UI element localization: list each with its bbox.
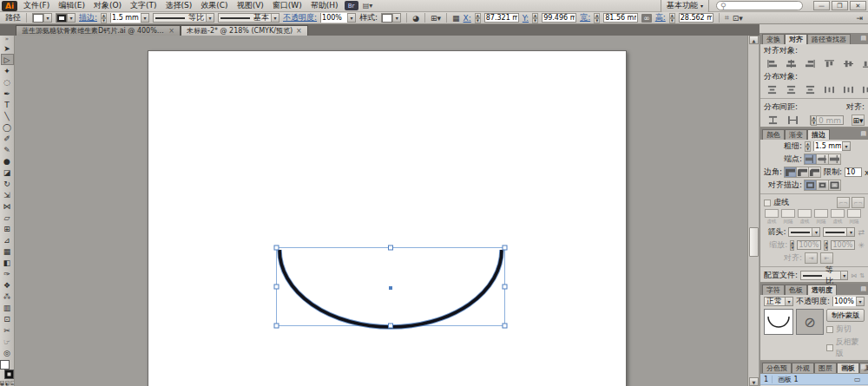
dist-left-icon[interactable] xyxy=(824,84,835,95)
artboard-name[interactable]: 画板 1 xyxy=(773,375,854,384)
align-vcenter-icon[interactable] xyxy=(843,58,854,69)
opacity-input[interactable] xyxy=(321,13,347,23)
y-label[interactable]: Y: xyxy=(523,14,529,23)
arrow-align-end-icon[interactable]: ⇤ xyxy=(820,252,833,264)
join-miter-icon[interactable] xyxy=(784,167,797,178)
canvas[interactable]: ▲ ▼ xyxy=(15,36,760,386)
scale-start-input[interactable] xyxy=(797,240,821,250)
dist-right-icon[interactable] xyxy=(862,84,868,95)
zoom-tool[interactable]: ◎ xyxy=(1,347,14,358)
eyedropper-tool[interactable]: ✑ xyxy=(1,268,14,279)
width-stepper[interactable]: ▲▼ xyxy=(594,13,600,23)
align-top-icon[interactable] xyxy=(824,58,835,69)
ellipse-tool[interactable]: ◯ xyxy=(1,121,14,133)
line-segment-tool[interactable]: ╲ xyxy=(1,110,14,121)
invert-mask-checkbox[interactable] xyxy=(826,344,833,351)
width-label[interactable]: 宽: xyxy=(580,12,590,23)
tab-transparency-透明度[interactable]: 透明度 xyxy=(807,285,837,295)
height-label[interactable]: 高: xyxy=(655,12,666,23)
dist-hcenter-icon[interactable] xyxy=(843,84,854,95)
x-label[interactable]: X: xyxy=(464,14,471,23)
close-tab-icon[interactable]: × xyxy=(168,27,174,35)
dashed-line-checkbox[interactable] xyxy=(764,200,771,206)
menu-item-对象[interactable]: 对象(O) xyxy=(89,0,126,12)
dash-input-4[interactable] xyxy=(814,209,828,218)
menu-item-文字[interactable]: 文字(T) xyxy=(126,0,161,12)
brush-definition-dropdown[interactable]: 基本▾ xyxy=(218,13,279,23)
cap-square-icon[interactable] xyxy=(828,154,841,165)
stroke-proxy[interactable] xyxy=(4,370,14,379)
join-round-icon[interactable] xyxy=(796,167,809,178)
align-bottom-icon[interactable] xyxy=(862,58,868,69)
direct-selection-tool[interactable]: ▷ xyxy=(1,54,14,65)
width-profile-dropdown[interactable]: 等比▾ xyxy=(153,13,214,23)
dash-input-6[interactable] xyxy=(847,209,861,218)
transparency-opacity-combo[interactable]: ▾ xyxy=(832,297,865,306)
fill-color-dropdown[interactable]: ▾ xyxy=(32,13,52,23)
align-options-icon[interactable]: ⊞▾ xyxy=(431,14,441,23)
stroke-color-dropdown[interactable]: ▾ xyxy=(56,13,76,23)
slice-tool[interactable]: ✂ xyxy=(1,324,14,336)
width-tool[interactable]: ⋈ xyxy=(1,200,14,212)
tab-stroke-渐变[interactable]: 渐变 xyxy=(785,129,807,140)
eraser-tool[interactable]: ◪ xyxy=(1,167,14,178)
arrow-align-tip-icon[interactable]: ⇥ xyxy=(805,252,818,264)
weight-stepper[interactable]: ▲▼ xyxy=(805,141,811,151)
scroll-up-icon[interactable]: ▲ xyxy=(749,36,759,44)
document-tab-1[interactable]: 蓝生源氨糖软骨素维生素D钙片.ai @ 400% (CMYK/预览)× xyxy=(16,25,181,36)
arrange-documents-icon[interactable]: ▤▾ xyxy=(360,1,376,10)
menu-item-窗口[interactable]: 窗口(W) xyxy=(268,0,306,12)
scrollbar-thumb[interactable] xyxy=(749,227,759,257)
join-bevel-icon[interactable] xyxy=(808,167,821,178)
salign-center-icon[interactable] xyxy=(804,180,817,191)
app-logo-icon[interactable]: Ai xyxy=(2,1,17,11)
shear-icon[interactable]: ⌗ xyxy=(725,13,729,23)
dash-input-5[interactable] xyxy=(831,209,845,218)
tab-artboards-分色预[interactable]: 分色预 xyxy=(762,363,792,373)
arrow-end-dropdown[interactable]: ▾ xyxy=(823,227,855,237)
menu-item-编辑[interactable]: 编辑(E) xyxy=(54,0,89,12)
lasso-tool[interactable]: ◌ xyxy=(1,76,14,88)
dash-input-2[interactable] xyxy=(781,209,795,218)
make-mask-button[interactable]: 制作蒙版 xyxy=(826,309,865,322)
dash-preserve-icon[interactable]: ⌐¬ xyxy=(837,197,850,208)
menu-item-文件[interactable]: 文件(F) xyxy=(19,0,54,12)
distribute-hspace-icon[interactable] xyxy=(786,114,799,126)
y-stepper[interactable]: ▲▼ xyxy=(532,13,538,23)
panel-menu-icon[interactable]: ▤ xyxy=(860,285,866,292)
swap-arrowheads-icon[interactable]: ⇄ xyxy=(858,228,865,237)
tab-artboards-图层[interactable]: 图层 xyxy=(814,363,837,373)
perspective-grid-tool[interactable]: ⊿ xyxy=(1,234,14,245)
tab-align-路径查找器[interactable]: 路径查找器 xyxy=(807,34,851,44)
reference-point-icon[interactable]: ▦ xyxy=(452,14,460,23)
style-dropdown[interactable]: ▾ xyxy=(381,13,401,23)
artboard-tool[interactable]: ⊡ xyxy=(1,313,14,324)
panel-menu-icon[interactable]: ▤ xyxy=(860,363,866,370)
opacity-panel-link[interactable]: 不透明度: xyxy=(283,12,317,23)
dist-bottom-icon[interactable] xyxy=(805,84,816,95)
blob-brush-tool[interactable]: ● xyxy=(1,155,14,167)
type-tool[interactable]: T xyxy=(1,99,14,110)
restore-button[interactable]: ❐ xyxy=(832,1,848,10)
gradient-mode-icon[interactable]: ◧ xyxy=(5,381,10,385)
align-left-icon[interactable] xyxy=(766,58,778,69)
weight-input[interactable] xyxy=(814,141,842,151)
arrow-start-dropdown[interactable]: ▾ xyxy=(788,227,820,237)
menu-item-效果[interactable]: 效果(C) xyxy=(196,0,232,12)
opacity-combo[interactable]: ▾ xyxy=(320,13,356,23)
x-stepper[interactable]: ▲▼ xyxy=(475,13,481,23)
artboard-row[interactable]: 1画板 1▭ xyxy=(760,374,868,385)
cap-round-icon[interactable] xyxy=(816,154,829,165)
menu-item-选择[interactable]: 选择(S) xyxy=(161,0,197,12)
rotate-tool[interactable]: ↻ xyxy=(1,178,14,189)
free-transform-tool[interactable]: ▱ xyxy=(1,212,14,223)
color-mode-icon[interactable]: ▩ xyxy=(0,381,4,385)
cap-butt-icon[interactable] xyxy=(804,154,817,165)
search-input[interactable]: ⚲ xyxy=(716,1,803,10)
stroke-panel-link[interactable]: 描边: xyxy=(79,12,97,23)
weight-combo[interactable]: ▾ xyxy=(813,141,851,151)
scale-tool[interactable]: ⇲ xyxy=(1,189,14,200)
link-dimensions-icon[interactable]: ∞ xyxy=(641,14,652,23)
salign-inside-icon[interactable] xyxy=(816,180,829,191)
recolor-artwork-icon[interactable]: ◕ xyxy=(412,14,419,23)
